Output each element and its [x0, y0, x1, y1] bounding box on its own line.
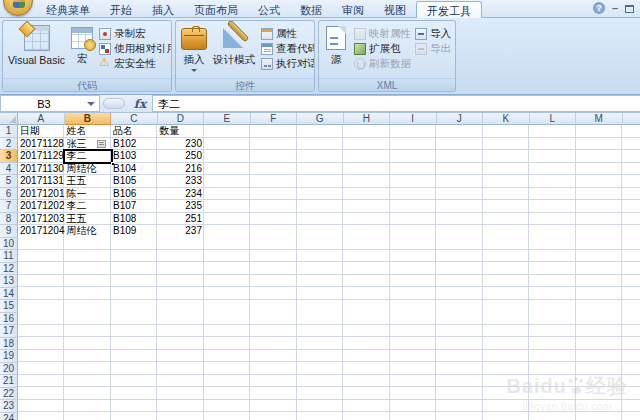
button-录制宏[interactable]: 录制宏: [99, 26, 172, 41]
cell-A5[interactable]: 20171131: [18, 175, 65, 188]
cell-D7[interactable]: 235: [158, 200, 205, 213]
formula-bar-grip[interactable]: [103, 98, 125, 109]
minimize-button[interactable]: –: [612, 3, 618, 13]
cell-A1[interactable]: 日期: [18, 125, 65, 138]
button-label: 插入: [184, 53, 205, 67]
cell-A4[interactable]: 20171130: [18, 163, 65, 176]
tab-开发工具[interactable]: 开发工具: [416, 1, 482, 19]
cell-B7[interactable]: 李二: [65, 200, 112, 213]
cell-A2[interactable]: 20171128: [18, 138, 65, 151]
tab-页面布局[interactable]: 页面布局: [184, 0, 248, 18]
button-label: 使用相对引用: [114, 42, 172, 56]
run-dialog-icon: [261, 58, 273, 70]
macros-icon: [71, 27, 93, 49]
cell-D9[interactable]: 237: [158, 225, 205, 238]
button-导出: 导出: [415, 41, 451, 56]
button-插入[interactable]: 插入: [178, 22, 210, 78]
button-label: 宏: [77, 52, 88, 66]
office-button[interactable]: [3, 0, 33, 16]
restore-button[interactable]: [625, 5, 634, 13]
button-属性[interactable]: 属性: [261, 26, 315, 41]
name-box[interactable]: B3: [0, 95, 100, 112]
cell-C7[interactable]: B107: [111, 200, 158, 213]
cell-D1[interactable]: 数量: [158, 125, 205, 138]
view-code-icon: [261, 43, 273, 55]
help-button[interactable]: ?: [593, 2, 605, 14]
fill-handle[interactable]: [111, 162, 114, 165]
small-button-column: 录制宏使用相对引用宏安全性: [96, 22, 172, 78]
cell-D2[interactable]: 230: [158, 138, 205, 151]
name-box-dropdown-icon[interactable]: [87, 102, 95, 106]
tab-插入[interactable]: 插入: [142, 0, 184, 18]
cell-C2[interactable]: B102: [111, 138, 158, 151]
selected-cell-outline[interactable]: [63, 149, 113, 165]
cell-B1[interactable]: 姓名: [65, 125, 112, 138]
insert-function-button[interactable]: fx: [128, 95, 152, 112]
button-扩展包[interactable]: 扩展包: [354, 41, 411, 56]
cell-A7[interactable]: 20171202: [18, 200, 65, 213]
button-设计模式[interactable]: 设计模式: [210, 22, 258, 78]
cell-C1[interactable]: 品名: [111, 125, 158, 138]
ribbon-group-body: Visual Basic宏录制宏使用相对引用宏安全性: [3, 21, 171, 78]
button-label: Visual Basic: [8, 54, 65, 66]
button-源[interactable]: 源: [321, 22, 351, 78]
window-controls: ? –: [593, 2, 634, 14]
cell-D4[interactable]: 216: [158, 163, 205, 176]
design-mode-icon: [222, 26, 246, 50]
ribbon-tab-bar: 经典菜单开始插入页面布局公式数据审阅视图开发工具 ? –: [0, 0, 640, 18]
button-导入[interactable]: 导入: [415, 26, 451, 41]
ribbon: Visual Basic宏录制宏使用相对引用宏安全性代码插入设计模式属性查看代码…: [0, 18, 640, 95]
tab-审阅[interactable]: 审阅: [332, 0, 374, 18]
cell-B9[interactable]: 周结伦: [65, 225, 112, 238]
expansion-packs-icon: [354, 43, 366, 55]
cell-B6[interactable]: 陈一: [65, 188, 112, 201]
group-label-代码: 代码: [3, 78, 171, 91]
tab-公式[interactable]: 公式: [248, 0, 290, 18]
excel-window: 经典菜单开始插入页面布局公式数据审阅视图开发工具 ? – Visual Basi…: [0, 0, 640, 420]
cell-A9[interactable]: 20171204: [18, 225, 65, 238]
cell-C6[interactable]: B106: [111, 188, 158, 201]
formula-input[interactable]: 李二: [152, 95, 640, 112]
ribbon-group-XML: 源映射属性扩展包刷新数据导入导出XML: [318, 20, 456, 92]
visual-basic-icon: [24, 25, 50, 51]
tab-视图[interactable]: 视图: [374, 0, 416, 18]
button-映射属性: 映射属性: [354, 26, 411, 41]
cell-B8[interactable]: 王五: [65, 213, 112, 226]
small-button-column: 属性查看代码执行对话框: [258, 22, 315, 78]
ribbon-tabs: 经典菜单开始插入页面布局公式数据审阅视图开发工具: [36, 0, 482, 18]
cell-C4[interactable]: B104: [111, 163, 158, 176]
cell-C9[interactable]: B109: [111, 225, 158, 238]
button-执行对话框[interactable]: 执行对话框: [261, 56, 315, 71]
button-label: 宏安全性: [114, 57, 156, 71]
smart-tag-icon[interactable]: [97, 140, 106, 148]
button-宏安全性[interactable]: 宏安全性: [99, 56, 172, 71]
cell-D8[interactable]: 251: [158, 213, 205, 226]
cell-C3[interactable]: B103: [111, 150, 158, 163]
cell-A6[interactable]: 20171201: [18, 188, 65, 201]
cell-D5[interactable]: 233: [158, 175, 205, 188]
button-查看代码[interactable]: 查看代码: [261, 41, 315, 56]
tab-经典菜单[interactable]: 经典菜单: [36, 0, 100, 18]
button-Visual Basic[interactable]: Visual Basic: [5, 22, 68, 78]
cell-B4[interactable]: 周结伦: [65, 163, 112, 176]
cell-D3[interactable]: 250: [158, 150, 205, 163]
button-label: 映射属性: [369, 27, 411, 41]
group-label-XML: XML: [319, 78, 455, 91]
macro-security-icon: [99, 58, 111, 70]
cell-A8[interactable]: 20171203: [18, 213, 65, 226]
properties-icon: [261, 28, 273, 40]
button-使用相对引用[interactable]: 使用相对引用: [99, 41, 172, 56]
small-button-column: 导入导出: [412, 22, 452, 78]
tab-开始[interactable]: 开始: [100, 0, 142, 18]
cell-C8[interactable]: B108: [111, 213, 158, 226]
xml-source-icon: [326, 26, 346, 50]
cell-B5[interactable]: 王五: [65, 175, 112, 188]
tab-数据[interactable]: 数据: [290, 0, 332, 18]
cell-D6[interactable]: 234: [158, 188, 205, 201]
cell-A3[interactable]: 20171129: [18, 150, 65, 163]
export-icon: [415, 43, 427, 55]
cell-C5[interactable]: B105: [111, 175, 158, 188]
insert-controls-icon: [181, 28, 207, 50]
button-宏[interactable]: 宏: [68, 22, 96, 78]
ribbon-group-代码: Visual Basic宏录制宏使用相对引用宏安全性代码: [2, 20, 172, 92]
